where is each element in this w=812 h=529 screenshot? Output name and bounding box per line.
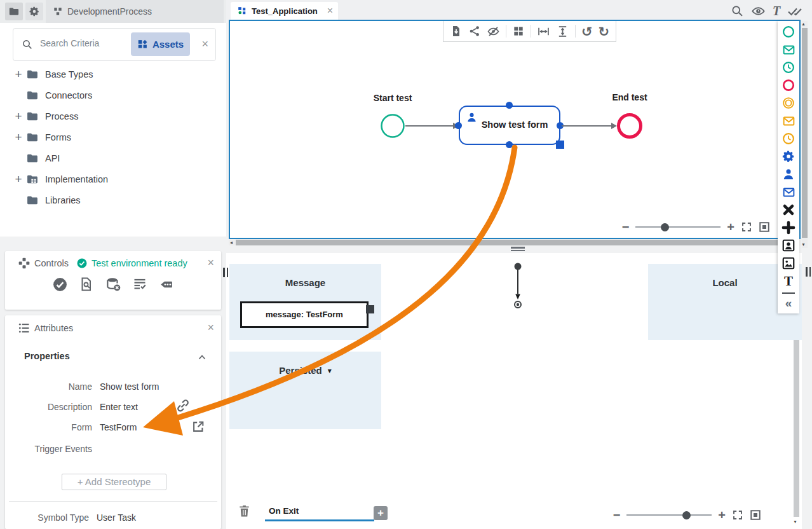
tree-item-process[interactable]: +Process <box>0 106 226 127</box>
palette-image-icon[interactable] <box>778 254 799 272</box>
tree-item-forms[interactable]: +Forms <box>0 127 226 148</box>
zoom-out-button[interactable]: − <box>613 509 621 521</box>
layout-grid-button[interactable] <box>512 25 525 38</box>
expand-icon[interactable]: + <box>11 172 26 186</box>
open-form-icon[interactable] <box>191 420 205 434</box>
scroll-up-icon[interactable]: ▴ <box>802 22 805 27</box>
end-event-node[interactable] <box>616 112 644 140</box>
zoom-in-button[interactable]: + <box>718 509 726 521</box>
name-value[interactable]: Show test form <box>100 381 159 392</box>
palette-intermediate-event-icon[interactable] <box>778 94 799 112</box>
log-list-button[interactable] <box>132 277 147 292</box>
delete-trash-icon[interactable] <box>237 504 252 518</box>
fit-view-button[interactable] <box>759 221 770 233</box>
zoom-slider[interactable] <box>626 514 712 516</box>
palette-message-task-icon[interactable] <box>778 183 799 201</box>
palette-user-image-icon[interactable] <box>778 237 799 254</box>
zoom-slider-handle[interactable] <box>661 223 669 231</box>
add-stereotype-button[interactable]: + Add Stereotype <box>62 474 166 490</box>
palette-service-task-gear-icon[interactable] <box>778 148 799 165</box>
inspect-document-button[interactable] <box>79 277 94 292</box>
share-button[interactable] <box>468 25 481 38</box>
zoom-out-button[interactable]: − <box>622 221 630 233</box>
palette-end-event-circle[interactable] <box>778 76 799 94</box>
search-tool-icon[interactable] <box>731 4 744 18</box>
scrollbar-thumb[interactable] <box>802 28 808 238</box>
on-exit-input[interactable]: On Exit <box>269 506 299 516</box>
folder-button[interactable] <box>5 3 23 20</box>
panel-splitter-handle[interactable] <box>511 247 525 251</box>
tab-test-application[interactable]: Test_Application × <box>231 2 338 20</box>
tree-item-api[interactable]: API <box>0 148 226 168</box>
hide-button[interactable] <box>487 25 500 38</box>
start-event-node[interactable] <box>380 113 405 139</box>
clear-database-button[interactable] <box>105 276 121 292</box>
tree-item-libraries[interactable]: Libraries <box>0 189 226 210</box>
palette-text-icon[interactable]: T <box>778 272 799 290</box>
description-value[interactable]: Enter text <box>100 402 138 412</box>
collapse-section-icon[interactable] <box>197 352 207 362</box>
sequence-flow[interactable] <box>405 125 453 127</box>
palette-collapse-icon[interactable]: « <box>778 296 799 310</box>
close-tab-icon[interactable]: × <box>327 6 333 16</box>
undo-icon[interactable]: ↺ <box>581 25 593 38</box>
tree-item-base-types[interactable]: +Base Types <box>0 64 226 85</box>
preview-eye-icon[interactable] <box>751 4 766 18</box>
search-input[interactable] <box>39 38 125 49</box>
palette-start-event-circle[interactable] <box>778 23 799 41</box>
fit-view-button[interactable] <box>750 509 761 521</box>
project-tab[interactable]: DevelopmentProcess <box>46 0 224 23</box>
scroll-down-icon[interactable]: ▾ <box>802 242 805 247</box>
fullscreen-button[interactable] <box>741 221 752 233</box>
tree-item-implementation[interactable]: +Implementation <box>0 168 226 189</box>
sequence-flow[interactable] <box>562 125 611 127</box>
message-box-handle[interactable] <box>366 305 374 313</box>
selection-handle-bottom[interactable] <box>506 141 513 148</box>
match-height-button[interactable] <box>556 25 569 38</box>
export-download-button[interactable] <box>450 25 463 38</box>
selection-handle-corner[interactable] <box>556 141 564 149</box>
palette-message-start-icon[interactable] <box>778 41 799 58</box>
variable-connector[interactable] <box>511 261 524 314</box>
persisted-lane[interactable]: Persisted ▾ <box>229 352 381 429</box>
add-event-button[interactable]: + <box>374 506 388 520</box>
right-resize-handle[interactable] <box>806 267 811 277</box>
run-check-button[interactable] <box>52 277 68 292</box>
user-task-node[interactable]: Show test form <box>459 106 560 145</box>
palette-parallel-gateway-icon[interactable] <box>778 219 799 237</box>
canvas-h-scrollbar[interactable]: ◂ <box>229 240 801 245</box>
expand-icon[interactable]: + <box>11 109 26 123</box>
left-resize-handle[interactable] <box>223 268 228 277</box>
text-tool-icon[interactable]: T <box>773 4 780 18</box>
tree-item-connectors[interactable]: Connectors <box>0 85 226 106</box>
palette-user-task-icon[interactable] <box>778 165 799 183</box>
process-canvas[interactable]: ↺ ↻ Start test Show test form End test −… <box>229 20 801 239</box>
redo-icon[interactable]: ↻ <box>599 25 610 38</box>
settings-button[interactable] <box>25 3 43 20</box>
validate-tool-icon[interactable] <box>787 3 802 18</box>
assets-filter-button[interactable]: Assets <box>131 32 190 56</box>
clear-search-icon[interactable]: × <box>201 38 208 50</box>
zoom-slider-handle[interactable] <box>682 511 691 519</box>
palette-timer-start-icon[interactable] <box>778 58 799 76</box>
expand-icon[interactable]: + <box>11 130 26 144</box>
expand-icon[interactable]: + <box>11 67 26 81</box>
palette-exclusive-gateway-icon[interactable] <box>778 201 799 219</box>
link-icon[interactable] <box>175 398 191 413</box>
form-value[interactable]: TestForm <box>100 422 137 432</box>
fullscreen-button[interactable] <box>732 509 743 521</box>
scroll-down-icon[interactable]: ▾ <box>794 519 797 525</box>
palette-timer-intermediate-icon[interactable] <box>778 130 799 148</box>
zoom-in-button[interactable]: + <box>727 221 734 233</box>
close-attributes-icon[interactable]: × <box>207 322 214 333</box>
canvas-v-scrollbar[interactable]: ▴ ▾ <box>802 21 808 248</box>
tag-button[interactable] <box>158 277 174 292</box>
selection-handle-left[interactable] <box>455 122 462 129</box>
zoom-slider[interactable] <box>635 226 721 228</box>
persisted-dropdown[interactable]: Persisted ▾ <box>229 365 381 376</box>
match-width-button[interactable] <box>537 25 550 38</box>
message-variable-box[interactable]: message: TestForm <box>240 301 369 328</box>
scroll-left-icon[interactable]: ◂ <box>230 240 233 245</box>
scrollbar-thumb[interactable] <box>794 340 799 517</box>
close-controls-icon[interactable]: × <box>207 257 214 268</box>
